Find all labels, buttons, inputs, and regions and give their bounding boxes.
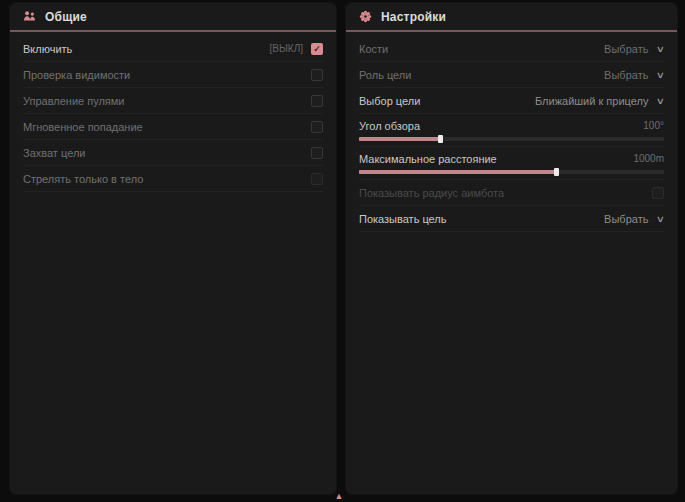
row-target-role-label: Роль цели xyxy=(359,69,411,81)
row-instant-hit-checkbox[interactable] xyxy=(311,121,323,133)
target-role-dropdown[interactable]: Выбрать ∨ xyxy=(604,69,664,81)
show-target-dropdown-value: Выбрать xyxy=(604,213,648,225)
row-target-selection-label: Выбор цели xyxy=(359,95,420,107)
row-bullet-control-label: Управление пулями xyxy=(23,95,125,107)
row-show-target-label: Показывать цель xyxy=(359,213,447,225)
max-distance-slider-fill xyxy=(359,170,557,174)
show-target-dropdown[interactable]: Выбрать ∨ xyxy=(604,213,664,225)
show-aimbot-radius-checkbox[interactable] xyxy=(652,187,664,199)
row-bullet-control[interactable]: Управление пулями xyxy=(23,88,323,114)
max-distance-slider[interactable] xyxy=(359,170,664,174)
panel-settings-body: Кости Выбрать ∨ Роль цели Выбрать ∨ Выбо… xyxy=(346,32,677,232)
max-distance-slider-handle[interactable] xyxy=(554,168,559,176)
row-visibility-check[interactable]: Проверка видимости xyxy=(23,62,323,88)
collapse-menu-arrow[interactable]: ▲ xyxy=(331,492,347,500)
panel-settings-header: Настройки xyxy=(346,3,677,32)
bones-dropdown-value: Выбрать xyxy=(604,43,648,55)
row-target-lock-label: Захват цели xyxy=(23,147,85,159)
row-bullet-control-checkbox[interactable] xyxy=(311,95,323,107)
target-selection-dropdown[interactable]: Ближайший к прицелу ∨ xyxy=(535,95,664,107)
row-target-lock[interactable]: Захват цели xyxy=(23,140,323,166)
chevron-down-icon: ∨ xyxy=(656,70,665,80)
panel-settings: Настройки Кости Выбрать ∨ Роль цели Выбр… xyxy=(346,3,677,494)
row-enable-keybind: [ВЫКЛ] xyxy=(270,43,303,54)
row-bones-label: Кости xyxy=(359,43,388,55)
row-show-aimbot-radius-label: Показывать радиус аимбота xyxy=(359,187,504,199)
fov-label: Угол обзора xyxy=(359,120,420,132)
row-fov: Угол обзора 100° xyxy=(359,114,664,147)
target-selection-dropdown-value: Ближайший к прицелу xyxy=(535,95,648,107)
row-max-distance: Максимальное расстояние 1000m xyxy=(359,147,664,180)
row-visibility-check-label: Проверка видимости xyxy=(23,69,130,81)
panel-general: Общие Включить [ВЫКЛ] ✓ Проверка видимос… xyxy=(10,3,336,494)
row-body-only[interactable]: Стрелять только в тело xyxy=(23,166,323,192)
row-instant-hit[interactable]: Мгновенное попадание xyxy=(23,114,323,140)
row-enable[interactable]: Включить [ВЫКЛ] ✓ xyxy=(23,36,323,62)
row-show-aimbot-radius: Показывать радиус аимбота xyxy=(359,180,664,206)
bones-dropdown[interactable]: Выбрать ∨ xyxy=(604,43,664,55)
fov-slider-fill xyxy=(359,137,441,141)
fov-slider[interactable] xyxy=(359,137,664,141)
gear-icon xyxy=(359,10,372,23)
row-show-target: Показывать цель Выбрать ∨ xyxy=(359,206,664,232)
fov-value: 100° xyxy=(643,120,664,131)
row-target-selection: Выбор цели Ближайший к прицелу ∨ xyxy=(359,88,664,114)
target-role-dropdown-value: Выбрать xyxy=(604,69,648,81)
row-body-only-checkbox[interactable] xyxy=(311,173,323,185)
row-bones: Кости Выбрать ∨ xyxy=(359,36,664,62)
max-distance-label: Максимальное расстояние xyxy=(359,153,497,165)
panel-general-body: Включить [ВЫКЛ] ✓ Проверка видимости Упр… xyxy=(10,32,336,192)
panel-general-header: Общие xyxy=(10,3,336,32)
row-target-lock-checkbox[interactable] xyxy=(311,147,323,159)
row-enable-checkbox[interactable]: ✓ xyxy=(311,43,323,55)
row-instant-hit-label: Мгновенное попадание xyxy=(23,121,143,133)
chevron-down-icon: ∨ xyxy=(656,214,665,224)
row-body-only-label: Стрелять только в тело xyxy=(23,173,143,185)
panel-settings-title: Настройки xyxy=(381,10,446,24)
max-distance-value: 1000m xyxy=(633,153,664,164)
panel-general-title: Общие xyxy=(45,10,87,24)
row-visibility-check-checkbox[interactable] xyxy=(311,69,323,81)
users-icon xyxy=(23,10,36,23)
chevron-down-icon: ∨ xyxy=(656,96,665,106)
chevron-down-icon: ∨ xyxy=(656,44,665,54)
row-enable-label: Включить xyxy=(23,43,72,55)
row-target-role: Роль цели Выбрать ∨ xyxy=(359,62,664,88)
fov-slider-handle[interactable] xyxy=(438,135,443,143)
